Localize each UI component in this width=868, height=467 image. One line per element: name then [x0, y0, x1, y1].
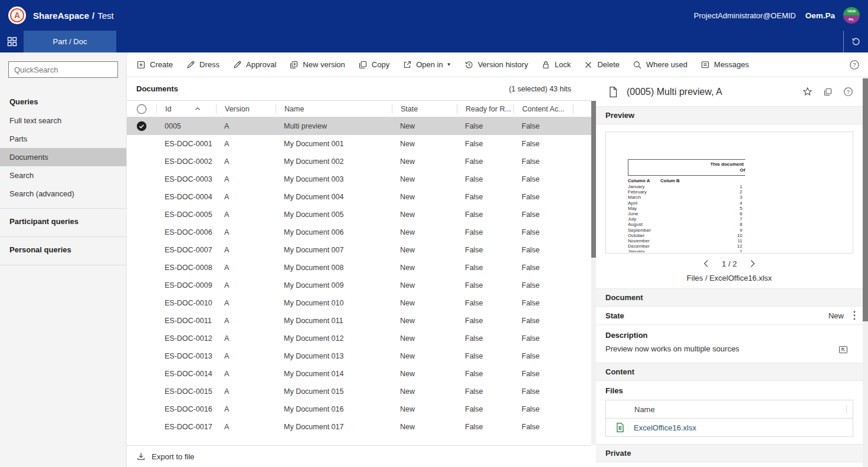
approval-button[interactable]: Approval: [232, 60, 276, 70]
row-checkbox[interactable]: [127, 315, 156, 326]
messages-button[interactable]: Messages: [700, 60, 749, 70]
row-checkbox[interactable]: [127, 404, 156, 415]
table-row[interactable]: ES-DOC-0010 A My Document 010 New False …: [127, 294, 591, 312]
sidebar-item[interactable]: Search (advanced): [0, 185, 126, 203]
table-row[interactable]: ES-DOC-0009 A My Document 009 New False …: [127, 277, 591, 294]
cell-ready: False: [457, 228, 513, 236]
cell-id: ES-DOC-0005: [156, 211, 216, 219]
row-checkbox[interactable]: [127, 280, 156, 291]
tab-part-doc[interactable]: Part / Doc: [24, 31, 116, 52]
quick-search-input[interactable]: [8, 61, 118, 78]
delete-icon: [584, 60, 593, 70]
table-row[interactable]: ES-DOC-0005 A My Document 005 New False …: [127, 206, 591, 223]
table-row[interactable]: ES-DOC-0017 A My Document 017 New False …: [127, 418, 591, 436]
previous-page-button[interactable]: [703, 259, 709, 268]
shareaspace-logo-icon[interactable]: A: [8, 6, 26, 24]
table-row[interactable]: ES-DOC-0003 A My Document 003 New False …: [127, 170, 591, 188]
panel-scrollbar[interactable]: [863, 77, 868, 467]
help-icon[interactable]: ?: [843, 87, 853, 97]
preview-image[interactable]: This document is a Exce Office2003- Colu…: [605, 131, 853, 254]
sidebar-item[interactable]: Documents: [0, 148, 126, 166]
row-checkbox[interactable]: [127, 121, 156, 131]
column-header-content[interactable]: Content Ac...: [513, 104, 573, 114]
scrollbar-thumb[interactable]: [591, 101, 596, 258]
row-checkbox[interactable]: [127, 262, 156, 273]
sidebar-item[interactable]: Full text search: [0, 111, 126, 130]
table-row[interactable]: ES-DOC-0007 A My Document 007 New False …: [127, 241, 591, 259]
row-checkbox[interactable]: [127, 333, 156, 344]
open-in-button[interactable]: Open in ▼: [402, 60, 451, 70]
history-button[interactable]: [843, 31, 868, 52]
panel-actions: ?: [792, 87, 853, 97]
table-row[interactable]: ES-DOC-0015 A My Document 015 New False …: [127, 383, 591, 400]
select-all-checkbox[interactable]: [127, 104, 156, 114]
column-header-name[interactable]: Name: [276, 104, 392, 114]
column-header-id[interactable]: Id: [156, 104, 216, 114]
column-header-ready[interactable]: Ready for R...: [457, 104, 513, 114]
row-checkbox[interactable]: [127, 351, 156, 361]
row-checkbox[interactable]: [127, 298, 156, 308]
table-row[interactable]: ES-DOC-0014 A My Document 014 New False …: [127, 365, 591, 383]
table-row[interactable]: ES-DOC-0012 A My Document 012 New False …: [127, 330, 591, 347]
copy-button[interactable]: Copy: [358, 60, 389, 70]
table-row[interactable]: ES-DOC-0004 A My Document 004 New False …: [127, 188, 591, 206]
column-header-state[interactable]: State: [392, 104, 457, 114]
export-to-file-button[interactable]: Export to file: [127, 445, 591, 467]
personal-queries-title[interactable]: Personal queries: [0, 240, 126, 259]
cell-content: False: [513, 246, 573, 254]
lock-button[interactable]: Lock: [541, 60, 571, 70]
row-checkbox[interactable]: [127, 156, 156, 167]
cell-id: ES-DOC-0012: [156, 334, 216, 343]
sidebar-item[interactable]: Parts: [0, 130, 126, 148]
panel-scrollbar-thumb[interactable]: [863, 78, 868, 321]
sidebar-item[interactable]: Search: [0, 166, 126, 185]
dress-button[interactable]: Dress: [186, 60, 220, 70]
cell-id: ES-DOC-0013: [156, 352, 216, 360]
create-button[interactable]: Create: [136, 60, 173, 70]
file-row[interactable]: ExcelOffice16.xlsx: [606, 418, 853, 436]
star-icon[interactable]: [803, 87, 813, 97]
app-grid-button[interactable]: [0, 31, 24, 52]
avatar[interactable]: OEM PA.: [843, 7, 860, 24]
download-icon: [136, 452, 146, 461]
table-row[interactable]: ES-DOC-0008 A My Document 008 New False …: [127, 259, 591, 277]
cell-name: My Document 009: [276, 281, 392, 290]
delete-button[interactable]: Delete: [584, 60, 620, 70]
expand-description-button[interactable]: [838, 344, 849, 354]
row-checkbox[interactable]: [127, 422, 156, 432]
table-row[interactable]: ES-DOC-0006 A My Document 006 New False …: [127, 223, 591, 241]
row-checkbox[interactable]: [127, 369, 156, 379]
column-header-version[interactable]: Version: [216, 104, 276, 114]
cell-content: False: [513, 405, 573, 413]
next-page-button[interactable]: [750, 259, 755, 268]
table-row[interactable]: ES-DOC-0013 A My Document 013 New False …: [127, 347, 591, 365]
row-checkbox[interactable]: [127, 209, 156, 220]
pencil-icon: [186, 60, 195, 70]
table-row[interactable]: ES-DOC-0001 A My Document 001 New False …: [127, 135, 591, 153]
row-checkbox[interactable]: [127, 192, 156, 202]
version-history-button[interactable]: Version history: [464, 60, 528, 70]
table-row[interactable]: 0005 A Multi preview New False False: [127, 117, 591, 135]
copy-icon[interactable]: [823, 87, 833, 97]
row-checkbox[interactable]: [127, 227, 156, 238]
circle-checkbox-icon: [136, 104, 147, 114]
new-version-button[interactable]: New version: [289, 60, 345, 70]
row-checkbox[interactable]: [127, 386, 156, 397]
kebab-menu-icon[interactable]: [853, 311, 856, 320]
table-row[interactable]: ES-DOC-0016 A My Document 016 New False …: [127, 400, 591, 418]
excel-row: January 1: [628, 249, 742, 252]
help-button[interactable]: ?: [849, 60, 860, 70]
toolbar: Create Dress Approval New version Copy: [127, 52, 868, 77]
selected-check-icon: [136, 121, 147, 131]
row-checkbox[interactable]: [127, 174, 156, 185]
participant-queries-title[interactable]: Participant queries: [0, 212, 126, 231]
where-used-button[interactable]: Where used: [633, 60, 687, 70]
table-scrollbar[interactable]: [591, 77, 596, 467]
table-row[interactable]: ES-DOC-0011 A My Document 011 New False …: [127, 312, 591, 330]
cell-ready: False: [457, 246, 513, 254]
table-row[interactable]: ES-DOC-0002 A My Document 002 New False …: [127, 153, 591, 170]
row-checkbox[interactable]: [127, 139, 156, 149]
document-section-header: Document: [596, 288, 863, 307]
row-checkbox[interactable]: [127, 245, 156, 255]
copy-icon: [358, 60, 368, 70]
